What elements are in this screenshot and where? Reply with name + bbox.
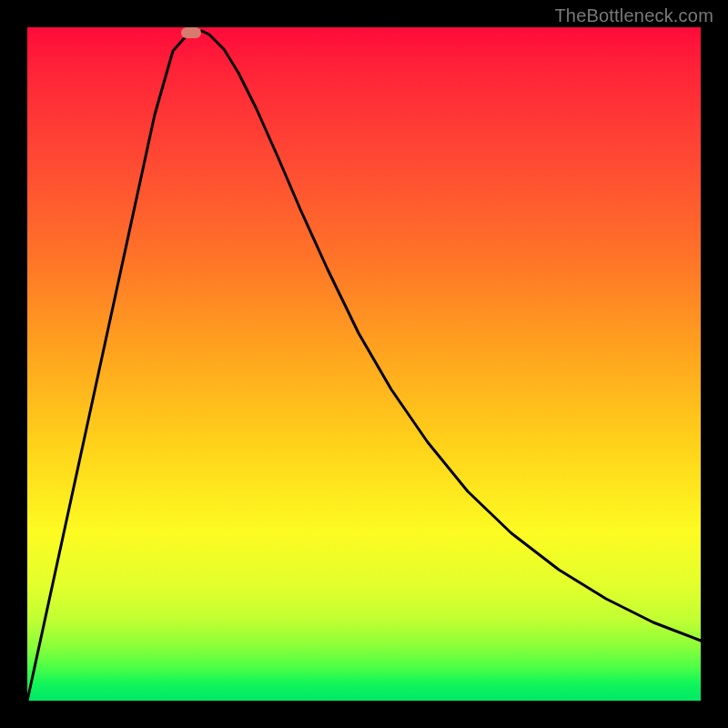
plot-area bbox=[27, 27, 701, 701]
bottleneck-curve bbox=[27, 27, 701, 701]
optimal-point-marker bbox=[181, 27, 201, 38]
chart-frame: TheBottleneck.com bbox=[0, 0, 728, 728]
watermark-text: TheBottleneck.com bbox=[554, 5, 713, 26]
